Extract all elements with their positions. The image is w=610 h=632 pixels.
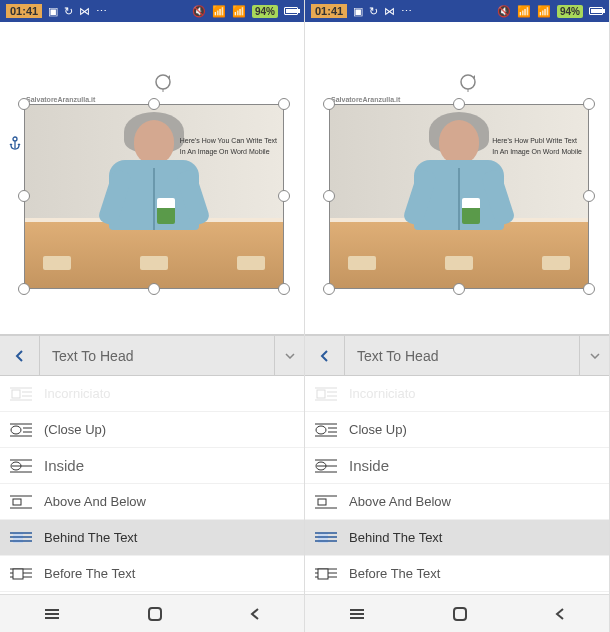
option-behind-text[interactable]: Behind The Text xyxy=(305,520,609,556)
resize-handle-tl[interactable] xyxy=(18,98,30,110)
option-incorniciato[interactable]: Incorniciato xyxy=(305,376,609,412)
sync-icon: ↻ xyxy=(369,5,378,18)
wifi-icon: 📶 xyxy=(212,5,226,18)
resize-handle-tr[interactable] xyxy=(278,98,290,110)
wrap-behind-icon xyxy=(315,530,337,546)
option-before-text[interactable]: Before The Text xyxy=(0,556,304,592)
svg-rect-2 xyxy=(12,390,20,398)
resize-handle-br[interactable] xyxy=(278,283,290,295)
option-label: (Close Up) xyxy=(44,422,106,437)
sync-icon: ↻ xyxy=(64,5,73,18)
option-incorniciato[interactable]: Incorniciato xyxy=(0,376,304,412)
more-icon: ⋯ xyxy=(401,5,412,18)
selected-image[interactable]: Here's How Publ Write Text In An Image O… xyxy=(329,104,589,289)
wrap-options-list: Incorniciato (Close Up) Inside Above And… xyxy=(0,376,304,592)
option-close-up[interactable]: Close Up) xyxy=(305,412,609,448)
image-overlay-text: Here's How You Can Write Text In An Imag… xyxy=(180,135,277,157)
option-close-up[interactable]: (Close Up) xyxy=(0,412,304,448)
option-label: Close Up) xyxy=(349,422,407,437)
toolbar-title: Text To Head xyxy=(40,348,274,364)
option-above-below[interactable]: Above And Below xyxy=(0,484,304,520)
watermark-text: SalvatoreAranzulla.it xyxy=(331,96,400,103)
wrap-behind-icon xyxy=(10,530,32,546)
option-label: Above And Below xyxy=(349,494,451,509)
wrap-front-icon xyxy=(10,566,32,582)
option-above-below[interactable]: Above And Below xyxy=(305,484,609,520)
document-canvas[interactable]: SalvatoreAranzulla.it xyxy=(0,22,304,336)
resize-handle-ml[interactable] xyxy=(323,190,335,202)
svg-rect-26 xyxy=(13,569,23,579)
battery-percentage: 94% xyxy=(252,5,278,18)
option-label: Before The Text xyxy=(349,566,440,581)
back-button[interactable] xyxy=(0,336,40,376)
infinity-icon: ⋈ xyxy=(79,5,90,18)
mute-icon: 🔇 xyxy=(192,5,206,18)
svg-rect-30 xyxy=(149,608,161,620)
signal-icon: 📶 xyxy=(232,5,246,18)
signal-icon: 📶 xyxy=(537,5,551,18)
svg-rect-57 xyxy=(318,569,328,579)
resize-handle-tr[interactable] xyxy=(583,98,595,110)
resize-handle-tm[interactable] xyxy=(148,98,160,110)
option-label: Incorniciato xyxy=(44,386,110,401)
wrap-topbottom-icon xyxy=(315,494,337,510)
wifi-icon: 📶 xyxy=(517,5,531,18)
anchor-icon xyxy=(8,136,22,150)
screenshot-icon: ▣ xyxy=(353,5,363,18)
rotate-handle-icon[interactable] xyxy=(153,72,173,92)
phone-left: 01:41 ▣ ↻ ⋈ ⋯ 🔇 📶 📶 94% SalvatoreAranzul… xyxy=(0,0,305,632)
dropdown-button[interactable] xyxy=(579,336,609,376)
option-inside[interactable]: Inside xyxy=(0,448,304,484)
selected-image[interactable]: Here's How You Can Write Text In An Imag… xyxy=(24,104,284,289)
resize-handle-mr[interactable] xyxy=(583,190,595,202)
svg-point-31 xyxy=(461,75,475,89)
wrap-options-list: Incorniciato Close Up) Inside Above And … xyxy=(305,376,609,592)
option-label: Incorniciato xyxy=(349,386,415,401)
nav-home[interactable] xyxy=(451,605,469,623)
resize-handle-bm[interactable] xyxy=(148,283,160,295)
battery-icon xyxy=(589,7,603,15)
image-overlay-text: Here's How Publ Write Text In An Image O… xyxy=(492,135,582,157)
option-label: Inside xyxy=(349,457,389,474)
infinity-icon: ⋈ xyxy=(384,5,395,18)
battery-icon xyxy=(284,7,298,15)
back-button[interactable] xyxy=(305,336,345,376)
svg-point-38 xyxy=(316,426,326,434)
svg-rect-61 xyxy=(454,608,466,620)
more-icon: ⋯ xyxy=(96,5,107,18)
wrap-topbottom-icon xyxy=(10,494,32,510)
option-inside[interactable]: Inside xyxy=(305,448,609,484)
nav-recents[interactable] xyxy=(347,607,367,621)
resize-handle-bl[interactable] xyxy=(323,283,335,295)
option-behind-text[interactable]: Behind The Text xyxy=(0,520,304,556)
resize-handle-tl[interactable] xyxy=(323,98,335,110)
mute-icon: 🔇 xyxy=(497,5,511,18)
resize-handle-br[interactable] xyxy=(583,283,595,295)
dropdown-button[interactable] xyxy=(274,336,304,376)
svg-point-7 xyxy=(11,426,21,434)
svg-rect-47 xyxy=(318,499,326,505)
wrap-tight-icon xyxy=(10,422,32,438)
status-time: 01:41 xyxy=(6,4,42,18)
option-label: Above And Below xyxy=(44,494,146,509)
svg-point-0 xyxy=(156,75,170,89)
rotate-handle-icon[interactable] xyxy=(458,72,478,92)
resize-handle-bl[interactable] xyxy=(18,283,30,295)
option-before-text[interactable]: Before The Text xyxy=(305,556,609,592)
nav-recents[interactable] xyxy=(42,607,62,621)
resize-handle-tm[interactable] xyxy=(453,98,465,110)
wrap-through-icon xyxy=(315,458,337,474)
resize-handle-ml[interactable] xyxy=(18,190,30,202)
nav-back[interactable] xyxy=(248,607,262,621)
resize-handle-bm[interactable] xyxy=(453,283,465,295)
resize-handle-mr[interactable] xyxy=(278,190,290,202)
status-time: 01:41 xyxy=(311,4,347,18)
phone-right: 01:41 ▣ ↻ ⋈ ⋯ 🔇 📶 📶 94% SalvatoreAranzul… xyxy=(305,0,610,632)
nav-back[interactable] xyxy=(553,607,567,621)
wrap-square-icon xyxy=(315,386,337,402)
option-label: Behind The Text xyxy=(349,530,442,545)
status-bar: 01:41 ▣ ↻ ⋈ ⋯ 🔇 📶 📶 94% xyxy=(0,0,304,22)
wrap-front-icon xyxy=(315,566,337,582)
document-canvas[interactable]: SalvatoreAranzulla.it xyxy=(305,22,609,336)
nav-home[interactable] xyxy=(146,605,164,623)
